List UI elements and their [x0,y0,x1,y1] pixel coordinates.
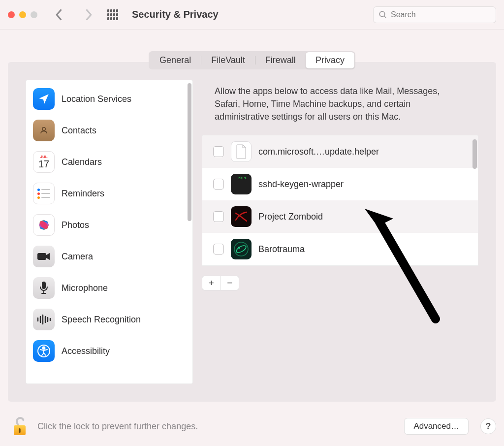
sidebar-scrollbar[interactable] [188,83,191,221]
document-icon [231,141,252,162]
title-bar: Security & Privacy [0,0,504,30]
search-icon [378,10,387,19]
svg-line-1 [384,16,386,18]
tab-privacy[interactable]: Privacy [306,52,354,68]
add-app-button[interactable]: + [202,276,220,290]
sidebar-label: Camera [62,252,93,262]
app-checkbox[interactable] [213,244,224,255]
zoom-window-button[interactable] [31,11,37,18]
app-row[interactable]: com.microsoft.…update.helper [202,135,478,168]
tab-filevault[interactable]: FileVault [201,52,255,68]
svg-point-0 [379,11,385,17]
show-all-icon[interactable] [107,9,118,20]
svg-point-23 [234,242,248,256]
unlocked-lock-icon [11,415,28,437]
traffic-lights [8,11,37,18]
sidebar-item-microphone[interactable]: Microphone [26,272,192,304]
sidebar-item-accessibility[interactable]: Accessibility [26,335,192,367]
help-button[interactable]: ? [480,418,496,434]
footer: Click the lock to prevent further change… [8,414,496,439]
sidebar-item-reminders[interactable]: Reminders [26,178,192,209]
app-row[interactable]: Barotrauma [202,233,478,265]
calendar-icon: JUL 17 [33,151,55,173]
svg-point-22 [43,347,45,350]
app-row[interactable]: exec sshd-keygen-wrapper [202,168,478,200]
svg-rect-11 [37,253,46,260]
lock-text: Click the lock to prevent further change… [37,421,198,432]
app-name: sshd-keygen-wrapper [258,179,344,190]
accessibility-icon [33,340,55,362]
sidebar-item-speech[interactable]: Speech Recognition [26,304,192,335]
remove-app-button[interactable]: − [221,276,239,290]
search-box[interactable] [373,6,496,23]
microphone-icon [33,277,55,299]
zomboid-icon [231,206,252,227]
detail-pane: Allow the apps below to access data like… [202,80,478,384]
detail-description: Allow the apps below to access data like… [202,80,478,135]
sidebar-label: Location Services [62,94,131,104]
sidebar-label: Microphone [62,283,108,293]
sidebar-label: Photos [62,220,89,230]
app-row[interactable]: Project Zomboid [202,200,478,233]
lock-button[interactable] [8,414,32,439]
sidebar-item-camera[interactable]: Camera [26,241,192,272]
location-icon [33,88,55,110]
app-checkbox[interactable] [213,146,224,157]
app-name: Barotrauma [258,244,305,255]
sidebar-item-contacts[interactable]: Contacts [26,115,192,146]
app-checkbox[interactable] [213,179,224,190]
sidebar-label: Accessibility [62,346,110,356]
svg-point-25 [239,247,240,249]
sidebar-label: Contacts [62,126,96,136]
tab-strip: General FileVault Firewall Privacy [149,51,355,69]
tab-general[interactable]: General [150,52,201,68]
svg-rect-27 [19,428,20,433]
nav-arrows [52,8,95,22]
speech-icon [33,309,55,330]
window-title: Security & Privacy [132,9,219,20]
app-checkbox[interactable] [213,211,224,222]
main-panel: Location Services Contacts JUL 17 Calend… [8,62,496,402]
camera-icon [33,246,55,267]
photos-icon [33,214,55,236]
svg-rect-12 [42,282,46,289]
sidebar: Location Services Contacts JUL 17 Calend… [26,80,193,384]
terminal-icon: exec [231,174,252,194]
back-button[interactable] [52,8,66,22]
app-list-scrollbar[interactable] [472,139,477,169]
advanced-button[interactable]: Advanced… [404,418,469,435]
app-name: com.microsoft.…update.helper [258,147,379,157]
sidebar-item-location[interactable]: Location Services [26,83,192,115]
barotrauma-icon [231,239,252,259]
tab-firewall[interactable]: Firewall [255,52,306,68]
sidebar-label: Reminders [62,189,104,199]
sidebar-label: Speech Recognition [62,315,141,325]
add-remove-buttons: + − [202,276,239,290]
svg-point-2 [42,127,45,130]
sidebar-label: Calendars [62,157,102,167]
search-input[interactable] [391,10,491,19]
minimize-window-button[interactable] [19,11,26,18]
app-list: com.microsoft.…update.helper exec sshd-k… [202,135,478,266]
reminders-icon [33,183,55,204]
forward-button[interactable] [82,8,95,22]
sidebar-item-photos[interactable]: Photos [26,209,192,241]
close-window-button[interactable] [8,11,15,18]
app-name: Project Zomboid [258,212,323,222]
svg-point-24 [235,244,247,254]
contacts-icon [33,120,55,141]
sidebar-item-calendars[interactable]: JUL 17 Calendars [26,146,192,178]
